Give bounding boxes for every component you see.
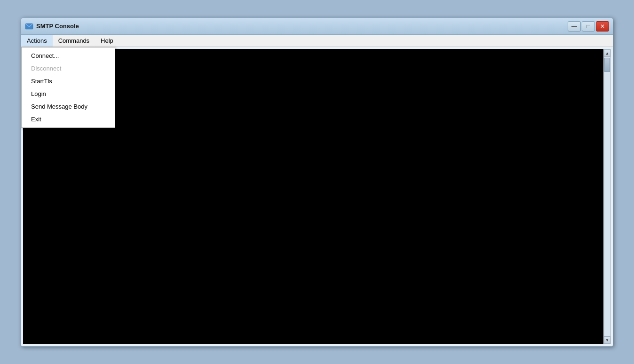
menu-send-message-body[interactable]: Send Message Body — [22, 100, 115, 113]
menu-item-commands[interactable]: Commands — [53, 35, 95, 47]
menu-disconnect: Disconnect — [22, 62, 115, 75]
app-icon — [25, 22, 33, 31]
scrollbar-down-arrow[interactable]: ▼ — [604, 336, 610, 344]
menu-help-label: Help — [101, 37, 113, 44]
maximize-button[interactable]: □ — [582, 21, 595, 32]
title-buttons: — □ ✕ — [568, 21, 609, 32]
title-bar: SMTP Console — □ ✕ — [21, 18, 613, 35]
close-button[interactable]: ✕ — [596, 21, 609, 32]
menu-exit[interactable]: Exit — [22, 113, 115, 126]
scrollbar: ▲ ▼ — [603, 49, 611, 344]
scrollbar-thumb[interactable] — [604, 58, 610, 72]
window-title: SMTP Console — [36, 23, 79, 30]
menu-starttls[interactable]: StartTls — [22, 75, 115, 87]
menu-commands-label: Commands — [58, 37, 89, 44]
menu-bar: Actions Connect... Disconnect StartTls L… — [21, 35, 613, 47]
scrollbar-track[interactable] — [604, 57, 610, 336]
main-window: SMTP Console — □ ✕ Actions Connect... Di… — [21, 17, 613, 347]
menu-login[interactable]: Login — [22, 87, 115, 100]
title-left: SMTP Console — [25, 22, 79, 31]
menu-item-actions[interactable]: Actions Connect... Disconnect StartTls L… — [21, 35, 53, 47]
menu-actions-label: Actions — [27, 37, 47, 44]
actions-dropdown: Connect... Disconnect StartTls Login Sen… — [21, 47, 115, 128]
scrollbar-up-arrow[interactable]: ▲ — [604, 49, 610, 57]
minimize-button[interactable]: — — [568, 21, 581, 32]
menu-item-help[interactable]: Help — [95, 35, 119, 47]
menu-connect[interactable]: Connect... — [22, 49, 115, 62]
